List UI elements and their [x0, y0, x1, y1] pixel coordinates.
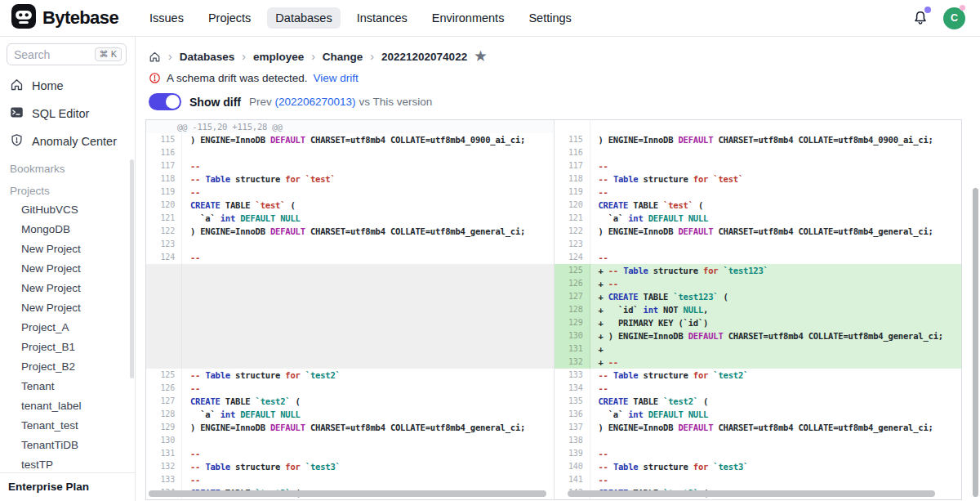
- sidebar: ⌘ K Home: [0, 37, 136, 501]
- diff-row-added: 132+ --: [555, 356, 962, 369]
- sidebar-project-new-project[interactable]: New Project: [7, 297, 127, 317]
- show-diff-label: Show diff: [189, 96, 241, 109]
- breadcrumb-item[interactable]: Change: [323, 51, 363, 63]
- diff-row: [146, 342, 554, 356]
- diff-hunk-header: @@ -115,20 +115,28 @@: [146, 120, 554, 133]
- diff-row: 116: [146, 146, 554, 159]
- prev-version-text: Prev (202206270013) vs This version: [249, 96, 432, 108]
- nav-item-settings[interactable]: Settings: [520, 7, 579, 29]
- diff-row: 131--: [146, 447, 554, 460]
- home-icon: [10, 78, 24, 94]
- search-box[interactable]: ⌘ K: [7, 43, 127, 65]
- user-avatar[interactable]: C: [943, 7, 965, 29]
- diff-row-added: 125+ -- Table structure for `test123`: [555, 264, 962, 277]
- prev-label: Prev: [249, 96, 272, 108]
- breadcrumb-item[interactable]: Databases: [180, 51, 235, 63]
- diff-row: 124--: [146, 251, 554, 264]
- sidebar-project-tenant[interactable]: Tenant: [7, 376, 127, 396]
- horizontal-scrollbar-left-pane[interactable]: [149, 490, 546, 497]
- diff-row: 123: [555, 238, 962, 251]
- star-icon[interactable]: ★: [474, 50, 486, 63]
- sidebar-project-new-project[interactable]: New Project: [7, 278, 127, 297]
- top-nav-items: IssuesProjectsDatabasesInstancesEnvironm…: [141, 7, 912, 29]
- avatar-status-dot: [960, 5, 965, 11]
- sidebar-item-home[interactable]: Home: [7, 72, 127, 100]
- sidebar-project-project-b1[interactable]: Project_B1: [7, 337, 127, 356]
- sidebar-item-label: Home: [32, 79, 64, 92]
- nav-item-issues[interactable]: Issues: [141, 7, 192, 29]
- sidebar-project-githubvcs[interactable]: GitHubVCS: [7, 199, 127, 219]
- sidebar-project-tenant-label[interactable]: tenant_label: [7, 396, 127, 415]
- home-icon[interactable]: [149, 51, 161, 63]
- prev-version-link[interactable]: (202206270013): [275, 96, 356, 108]
- diff-row: [146, 329, 554, 342]
- error-icon: [149, 72, 161, 84]
- horizontal-scrollbar-right-pane[interactable]: [568, 490, 935, 497]
- schema-drift-alert: A schema drift was detected. View drift: [149, 71, 962, 92]
- breadcrumb-separator: ›: [311, 50, 315, 63]
- notifications-button[interactable]: [912, 10, 929, 26]
- sidebar-project-testtp[interactable]: testTP: [7, 454, 127, 472]
- diff-row-added: 131+: [555, 342, 962, 356]
- app-window: Bytebase IssuesProjectsDatabasesInstance…: [0, 0, 980, 501]
- diff-row: 122) ENGINE=InnoDB DEFAULT CHARSET=utf8m…: [555, 225, 962, 238]
- schema-diff-panel: @@ -115,20 +115,28 @@115) ENGINE=InnoDB …: [145, 119, 962, 500]
- nav-item-environments[interactable]: Environments: [424, 7, 513, 29]
- diff-row: 128 `a` int DEFAULT NULL: [146, 408, 554, 421]
- show-diff-toggle[interactable]: [149, 93, 181, 110]
- sidebar-item-anomaly-center[interactable]: Anomaly Center: [7, 127, 127, 155]
- sidebar-scrollbar-thumb[interactable]: [130, 159, 134, 378]
- diff-row: 129) ENGINE=InnoDB DEFAULT CHARSET=utf8m…: [146, 421, 554, 434]
- diff-row: 118-- Table structure for `test`: [555, 172, 962, 186]
- sidebar-project-new-project[interactable]: New Project: [7, 239, 127, 258]
- diff-row: [555, 120, 962, 133]
- avatar-initial: C: [951, 12, 958, 24]
- sidebar-item-label: SQL Editor: [32, 107, 89, 120]
- diff-row: 121 `a` int DEFAULT NULL: [146, 212, 554, 225]
- nav-item-projects[interactable]: Projects: [200, 7, 259, 29]
- diff-row-added: 129+ PRIMARY KEY (`id`): [555, 316, 962, 329]
- sidebar-project-tenant-test[interactable]: Tenant_test: [7, 415, 127, 435]
- diff-row: 141--: [555, 473, 962, 486]
- diff-row-added: 128+ `id` int NOT NULL,: [555, 303, 962, 316]
- shield-icon: [10, 133, 24, 150]
- diff-row: 138: [555, 434, 962, 447]
- diff-row: 130: [146, 434, 554, 447]
- command-k-shortcut-badge: ⌘ K: [95, 47, 122, 61]
- sidebar-item-label: Anomaly Center: [32, 135, 117, 148]
- bytebase-logo[interactable]: Bytebase: [11, 4, 118, 32]
- view-drift-link[interactable]: View drift: [314, 72, 359, 84]
- plan-badge: Enterprise Plan: [0, 472, 135, 501]
- breadcrumb-separator: ›: [168, 50, 172, 63]
- breadcrumb-item[interactable]: employee: [253, 51, 304, 63]
- notification-badge-dot: [924, 7, 931, 13]
- topbar-right: C: [912, 7, 965, 29]
- sidebar-project-mongodb[interactable]: MongoDB: [7, 219, 127, 239]
- nav-item-instances[interactable]: Instances: [349, 7, 416, 29]
- alert-text: A schema drift was detected.: [167, 72, 308, 84]
- search-input[interactable]: [14, 48, 78, 61]
- diff-row: [146, 303, 554, 316]
- diff-row: 134--: [555, 382, 962, 395]
- diff-row: 122) ENGINE=InnoDB DEFAULT CHARSET=utf8m…: [146, 225, 554, 238]
- diff-row: 126--: [146, 382, 554, 395]
- nav-item-databases[interactable]: Databases: [267, 7, 340, 29]
- sidebar-project-project-b2[interactable]: Project_B2: [7, 356, 127, 376]
- diff-row: 117--: [146, 159, 554, 172]
- diff-row: [146, 316, 554, 329]
- sidebar-section-bookmarks: Bookmarks: [7, 155, 127, 177]
- window-scrollbar-thumb[interactable]: [973, 188, 978, 497]
- diff-row: 137) ENGINE=InnoDB DEFAULT CHARSET=utf8m…: [555, 421, 962, 434]
- sidebar-project-new-project[interactable]: New Project: [7, 258, 127, 278]
- diff-row: 136 `a` int DEFAULT NULL: [555, 408, 962, 421]
- terminal-icon: [10, 105, 24, 122]
- brand-name: Bytebase: [42, 7, 118, 29]
- diff-row: 140-- Table structure for `test3`: [555, 460, 962, 473]
- breadcrumb-item[interactable]: 20221202074022: [381, 51, 467, 63]
- diff-row: 119--: [555, 186, 962, 199]
- sidebar-project-tenanttidb[interactable]: TenantTiDB: [7, 435, 127, 454]
- sidebar-item-sql-editor[interactable]: SQL Editor: [7, 100, 127, 127]
- diff-row: 133-- Table structure for `test2`: [555, 369, 962, 382]
- diff-row: [146, 277, 554, 290]
- sidebar-project-project-a[interactable]: Project_A: [7, 317, 127, 337]
